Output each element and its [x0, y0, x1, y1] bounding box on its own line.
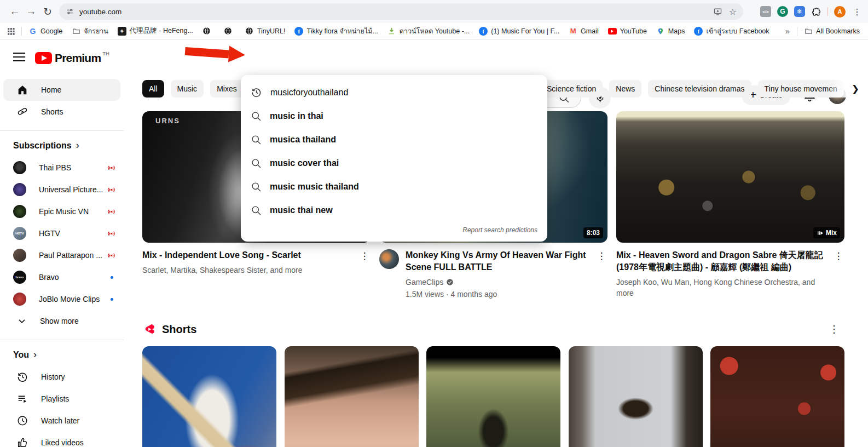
- browser-toolbar: ← → ↻ youtube.com ☆ </> G ❄ A ⋮: [0, 0, 868, 23]
- video-thumbnail[interactable]: Mix: [616, 111, 844, 243]
- search-icon: [251, 181, 262, 192]
- video-menu-icon[interactable]: ⋮: [832, 249, 844, 299]
- thumbs-up-icon: [16, 437, 28, 447]
- youtube-icon: [608, 28, 617, 35]
- bookmark-item[interactable]: Maps: [653, 26, 688, 37]
- chip-news[interactable]: News: [609, 80, 641, 98]
- globe-icon: [245, 27, 254, 36]
- bookmark-item[interactable]: M Gmail: [566, 26, 601, 37]
- guide-menu-icon[interactable]: [13, 53, 25, 61]
- search-icon: [251, 111, 262, 122]
- shorts-menu-icon[interactable]: ⋮: [824, 323, 844, 335]
- sidebar-item-liked-videos[interactable]: Liked videos: [3, 432, 120, 447]
- shorts-card[interactable]: [569, 346, 703, 447]
- bookmark-item[interactable]: G Google: [26, 26, 65, 37]
- history-icon: [251, 87, 262, 98]
- video-menu-icon[interactable]: ⋮: [595, 249, 607, 300]
- channel-row[interactable]: GameClips: [406, 277, 595, 288]
- channel-avatar: bravo: [13, 271, 26, 284]
- chips-scroll-right-icon[interactable]: ❯: [847, 82, 864, 96]
- shorts-card[interactable]: [426, 346, 560, 447]
- video-title[interactable]: Mix - Independent Love Song - Scarlet: [142, 249, 358, 261]
- video-title[interactable]: Monkey King Vs Army Of Heaven War Fight …: [406, 249, 595, 273]
- report-search-predictions-link[interactable]: Report search predictions: [241, 222, 547, 239]
- sidebar-item-history[interactable]: History: [3, 366, 120, 388]
- install-icon[interactable]: [713, 7, 722, 16]
- suggestion-item[interactable]: music cover thai: [241, 151, 547, 175]
- bookmarks-overflow-chevron[interactable]: »: [782, 26, 793, 36]
- live-badge-icon: [107, 207, 116, 216]
- shorts-logo-icon: [142, 322, 157, 336]
- you-header[interactable]: You ›: [0, 346, 124, 366]
- chip-science-fiction[interactable]: Science fiction: [540, 80, 603, 98]
- bookmark-item[interactable]: [200, 26, 217, 37]
- chip-music[interactable]: Music: [171, 80, 204, 98]
- youtube-header: Premium TH musicforyouthailand ✕ + Creat…: [0, 39, 868, 77]
- bookmark-item[interactable]: f Tikky flora จำหน่ายไม้...: [292, 25, 380, 38]
- sidebar-channel-universal[interactable]: Universal Picture...: [0, 179, 124, 200]
- sidebar-item-shorts[interactable]: Shorts: [3, 101, 120, 123]
- folder-icon: [804, 27, 813, 36]
- chip-mixes[interactable]: Mixes: [210, 80, 244, 98]
- country-code: TH: [102, 50, 109, 56]
- bookmark-item[interactable]: ◈ 代理品牌 - HeFeng...: [115, 25, 196, 37]
- sidebar-channel-joblo[interactable]: JoBlo Movie Clips: [0, 288, 124, 310]
- bookmarks-bar: G Google จักรยาน ◈ 代理品牌 - HeFeng... Tiny…: [0, 23, 868, 39]
- sidebar-channel-hgtv[interactable]: HGTV HGTV: [0, 222, 124, 244]
- sidebar-channel-epic-music-vn[interactable]: Epic Music VN: [0, 200, 124, 222]
- browser-menu-icon[interactable]: ⋮: [852, 7, 863, 17]
- bookmark-item[interactable]: TinyURL!: [242, 26, 288, 37]
- forward-button[interactable]: →: [23, 3, 39, 20]
- video-byline[interactable]: Scarlet, Martika, Shakespears Sister, an…: [142, 265, 358, 276]
- video-byline[interactable]: Joseph Koo, Wu Man, Hong Kong Chinese Or…: [616, 277, 832, 299]
- video-menu-icon[interactable]: ⋮: [358, 249, 371, 276]
- shorts-card[interactable]: [285, 346, 419, 447]
- brand-text: Premium: [55, 51, 101, 65]
- history-icon: [16, 371, 28, 383]
- apps-grid-icon[interactable]: [7, 27, 15, 36]
- sidebar-item-home[interactable]: Home: [3, 79, 120, 101]
- site-controls-icon[interactable]: [66, 7, 74, 16]
- extensions-puzzle-icon[interactable]: [811, 7, 821, 17]
- suggestion-item[interactable]: music thai new: [241, 198, 547, 222]
- all-bookmarks-button[interactable]: All Bookmarks: [801, 26, 863, 37]
- bookmark-item[interactable]: [221, 26, 239, 37]
- youtube-premium-logo[interactable]: Premium TH: [35, 50, 109, 65]
- channel-avatar: [13, 205, 26, 218]
- settings-extension-icon[interactable]: ❄: [794, 6, 805, 17]
- back-button[interactable]: ←: [7, 3, 23, 20]
- chip-chinese-tv-dramas[interactable]: Chinese television dramas: [648, 80, 751, 98]
- bookmark-item[interactable]: f (1) Music For You | F...: [476, 26, 562, 37]
- reload-button[interactable]: ↻: [39, 3, 56, 20]
- browser-profile-avatar[interactable]: A: [834, 6, 846, 18]
- shorts-card[interactable]: [710, 346, 844, 447]
- channel-avatar[interactable]: [379, 249, 399, 269]
- mix-playlist-icon: [817, 230, 824, 237]
- suggestion-item[interactable]: music music thailand: [241, 175, 547, 198]
- bookmark-item[interactable]: ดาวน์โหลด Youtube -...: [385, 25, 472, 38]
- video-title[interactable]: Mix - Heaven Sword and Dragon Sabre 倚天屠龍…: [616, 249, 832, 273]
- suggestion-item[interactable]: musicforyouthailand: [241, 81, 547, 104]
- bookmark-star-icon[interactable]: ☆: [729, 7, 737, 17]
- sidebar-item-watch-later[interactable]: Watch later: [3, 410, 120, 432]
- new-content-dot: [111, 298, 113, 301]
- suggestion-item[interactable]: music in thai: [241, 104, 547, 128]
- bookmark-item[interactable]: จักรยาน: [69, 25, 111, 38]
- address-bar[interactable]: youtube.com ☆: [59, 3, 743, 20]
- maps-icon: [656, 27, 665, 36]
- extension-area: </> G ❄ A ⋮: [760, 6, 863, 18]
- sidebar-channel-thai-pbs[interactable]: Thai PBS: [0, 157, 124, 179]
- bookmark-item[interactable]: YouTube: [605, 26, 650, 36]
- sidebar-channel-paul-pattarapon[interactable]: Paul Pattarapon ...: [0, 244, 124, 266]
- grammarly-extension-icon[interactable]: G: [777, 6, 788, 17]
- subscriptions-header[interactable]: Subscriptions ›: [0, 136, 124, 157]
- bookmark-item[interactable]: f เข้าสู่ระบบ Facebook: [691, 25, 772, 38]
- sidebar-channel-bravo[interactable]: bravo Bravo: [0, 266, 124, 288]
- sidebar-item-playlists[interactable]: Playlists: [3, 388, 120, 410]
- suggestion-item[interactable]: musica thailand: [241, 128, 547, 151]
- code-extension-icon[interactable]: </>: [760, 6, 771, 17]
- thumbnail-text: URNS: [155, 117, 180, 125]
- chip-all[interactable]: All: [142, 80, 164, 98]
- shorts-card[interactable]: [142, 346, 276, 447]
- sidebar-show-more[interactable]: Show more: [3, 310, 120, 332]
